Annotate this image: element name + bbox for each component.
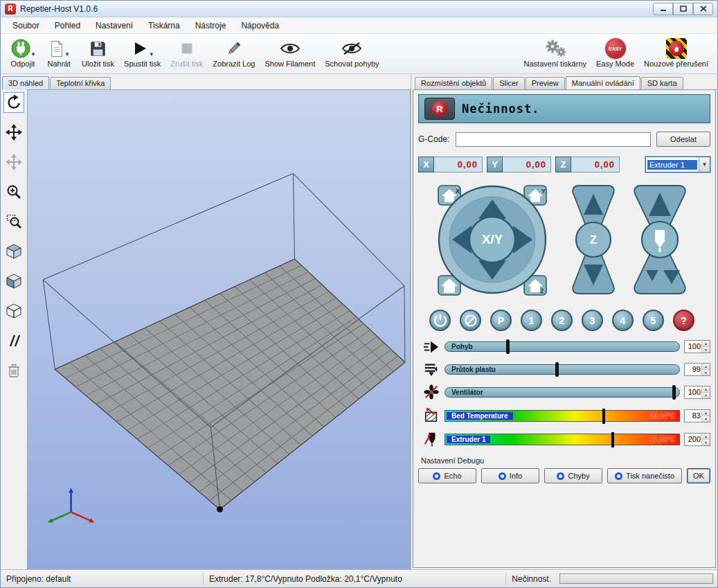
spin-up-icon[interactable]: ▲ <box>702 341 710 347</box>
extruder-temp-row: Extruder 1 17,83°C ▲▼ <box>418 431 710 447</box>
menu-item-nastroje[interactable]: Nástroje <box>188 18 234 33</box>
park-button[interactable]: P <box>490 310 512 331</box>
fan-spinner[interactable]: ▲▼ <box>684 386 710 399</box>
extruder-temp-input[interactable] <box>685 434 701 445</box>
spin-up-icon[interactable]: ▲ <box>702 364 710 370</box>
debug-dryrun-button[interactable]: Tisk nanečisto <box>607 468 682 483</box>
preset-4-button[interactable]: 4 <box>612 310 634 331</box>
speed-slider-track[interactable]: Pohyb <box>445 341 680 352</box>
view-front-button[interactable] <box>3 271 24 292</box>
easy-mode-button[interactable]: EASY Easy Mode <box>591 37 639 69</box>
status-header: R Nečinnost. <box>418 94 710 123</box>
preset-2-button[interactable]: 2 <box>551 310 573 331</box>
zoom-window-button[interactable] <box>3 211 24 232</box>
menu-item-nastaveni[interactable]: Nastavení <box>88 18 141 33</box>
fan-slider-handle[interactable] <box>672 385 676 400</box>
flow-spinner-input[interactable] <box>685 364 701 375</box>
tab-3d-view[interactable]: 3D náhled <box>2 76 49 89</box>
close-button[interactable] <box>693 3 713 15</box>
menu-item-soubor[interactable]: Soubor <box>5 18 47 33</box>
emergency-stop-icon <box>666 38 687 59</box>
bed-temp-spinner[interactable]: ▲▼ <box>684 409 710 422</box>
printer-settings-button[interactable]: Nastavení tiskárny <box>519 37 591 69</box>
flow-slider-handle[interactable] <box>555 362 559 377</box>
spin-down-icon[interactable]: ▼ <box>702 440 710 445</box>
start-print-button[interactable]: ▾ Spustit tisk <box>119 37 165 69</box>
move-view-button[interactable] <box>3 122 24 143</box>
menu-item-tiskarna[interactable]: Tiskárna <box>141 18 188 33</box>
extruder-temp-bar[interactable]: Extruder 1 17,83°C <box>445 434 680 445</box>
preset-3-button[interactable]: 3 <box>582 310 603 331</box>
preset-5-button[interactable]: 5 <box>643 310 664 331</box>
connect-button[interactable]: ▾ Odpojit <box>5 37 41 69</box>
extruder-jog-pad[interactable] <box>633 184 687 295</box>
spin-up-icon[interactable]: ▲ <box>702 410 710 416</box>
gcode-input[interactable] <box>456 132 651 147</box>
send-button[interactable]: Odeslat <box>656 132 710 147</box>
tab-slicer[interactable]: Slicer <box>493 77 525 89</box>
chevron-down-icon[interactable]: ▾ <box>66 51 69 57</box>
tab-sd-card[interactable]: SD karta <box>641 77 683 89</box>
spin-down-icon[interactable]: ▼ <box>702 393 710 398</box>
tab-preview[interactable]: Preview <box>526 77 565 89</box>
power-button[interactable] <box>429 310 451 331</box>
chevron-down-icon[interactable]: ▾ <box>150 51 153 57</box>
debug-errors-button[interactable]: Chyby <box>544 468 602 483</box>
flow-spinner[interactable]: ▲▼ <box>684 363 710 376</box>
view-isometric-button[interactable] <box>3 241 24 262</box>
spin-down-icon[interactable]: ▼ <box>702 416 710 422</box>
rotate-icon <box>6 94 22 111</box>
bed-temp-handle[interactable] <box>602 409 605 424</box>
x-position-display: X 0,00 <box>418 157 483 172</box>
flow-slider-track[interactable]: Průtok plastu <box>445 364 680 375</box>
speed-slider-handle[interactable] <box>506 339 510 354</box>
load-button[interactable]: ▾ Nahrát <box>41 37 77 69</box>
z-jog-pad[interactable]: Z <box>572 184 615 295</box>
help-button[interactable]: ? <box>673 310 694 331</box>
rotate-view-button[interactable] <box>3 92 24 113</box>
speed-spinner-input[interactable] <box>685 341 701 353</box>
extruder-temp-spinner[interactable]: ▲▼ <box>684 433 710 446</box>
bed-temp-bar[interactable]: Bed Temperature 20,14°C <box>445 410 680 422</box>
show-filament-button[interactable]: Show Filament <box>260 37 320 69</box>
maximize-button[interactable] <box>673 3 693 15</box>
debug-echo-button[interactable]: Echo <box>418 468 476 483</box>
chevron-down-icon[interactable]: ▼ <box>699 157 710 172</box>
window-titlebar: R Repetier-Host V1.0.6 <box>1 1 717 17</box>
tab-temperature-curve[interactable]: Teplotní křivka <box>50 77 111 89</box>
window-title: Repetier-Host V1.0.6 <box>20 4 98 14</box>
fan-spinner-input[interactable] <box>685 386 701 398</box>
bed-temp-input[interactable] <box>685 410 701 422</box>
move-object-button[interactable] <box>3 152 24 172</box>
x-axis-label: X <box>418 157 434 172</box>
xy-jog-pad[interactable]: X/Y <box>437 183 548 296</box>
parallel-projection-button[interactable] <box>3 330 24 351</box>
menu-item-napoveda[interactable]: Nápověda <box>233 18 287 33</box>
extruder-temp-handle[interactable] <box>611 432 614 447</box>
view-perspective-button[interactable] <box>3 301 24 321</box>
minimize-button[interactable] <box>653 3 673 15</box>
fan-slider-track[interactable]: Ventilátor <box>445 387 680 398</box>
spin-down-icon[interactable]: ▼ <box>702 347 710 353</box>
preset-1-button[interactable]: 1 <box>521 310 542 331</box>
debug-info-button[interactable]: Info <box>481 468 539 483</box>
tab-object-placement[interactable]: Rozmístění objektů <box>415 77 492 89</box>
spin-up-icon[interactable]: ▲ <box>702 434 710 440</box>
chevron-down-icon[interactable]: ▾ <box>32 51 35 57</box>
y-axis-value: 0,00 <box>503 157 551 172</box>
tab-manual-control[interactable]: Manuální ovládání <box>566 76 640 89</box>
emergency-stop-button[interactable]: Nouzové přerušení <box>639 37 713 69</box>
spin-up-icon[interactable]: ▲ <box>702 386 710 393</box>
menu-item-pohled[interactable]: Pohled <box>47 18 88 33</box>
delete-object-button[interactable] <box>3 360 24 381</box>
spin-down-icon[interactable]: ▼ <box>702 370 710 375</box>
hide-travel-button[interactable]: Schovat pohyby <box>320 37 384 69</box>
zoom-in-button[interactable] <box>3 181 24 202</box>
save-print-button[interactable]: Uložit tisk <box>77 37 119 69</box>
extruder-select[interactable]: Extruder 1 ▼ <box>645 157 710 172</box>
show-log-button[interactable]: Zobrazit Log <box>208 37 260 69</box>
motors-off-button[interactable] <box>460 310 481 331</box>
speed-spinner[interactable]: ▲▼ <box>684 340 710 353</box>
ok-button[interactable]: OK <box>687 468 710 483</box>
3d-viewport[interactable] <box>27 89 411 569</box>
